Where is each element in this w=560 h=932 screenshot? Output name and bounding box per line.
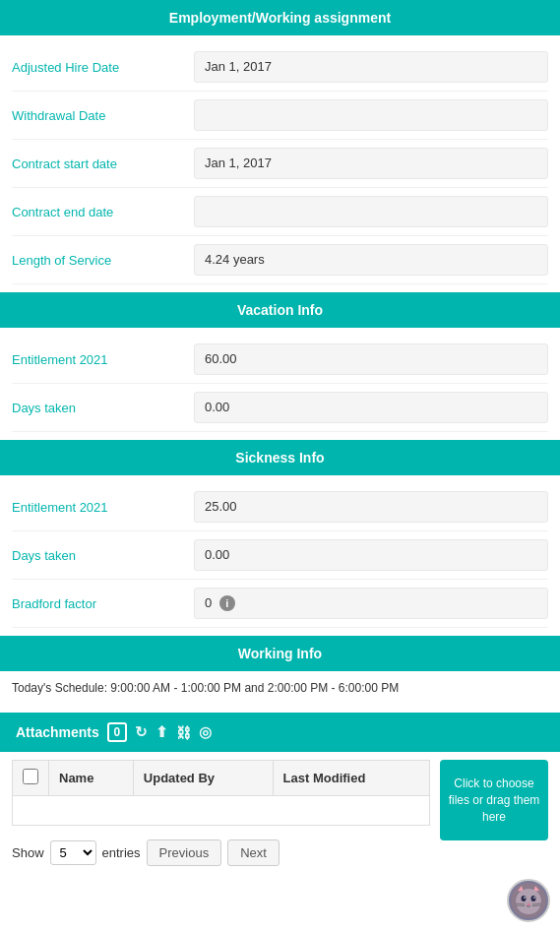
table-row (13, 796, 430, 826)
select-all-checkbox[interactable] (23, 769, 38, 784)
label-adjusted-hire-date: Adjusted Hire Date (12, 60, 194, 75)
table-body (13, 796, 430, 826)
value-sickness-days-taken: 0.00 (194, 539, 548, 571)
entries-select[interactable]: 5 10 25 50 (50, 840, 96, 865)
employment-header: Employment/Working assignment (0, 0, 560, 35)
label-bradford-factor: Bradford factor (12, 596, 194, 611)
form-row-length-of-service: Length of Service 4.24 years (12, 236, 548, 284)
form-row-withdrawal-date: Withdrawal Date (12, 92, 548, 140)
attachments-section: Attachments 0 ↻ ⬆ ⛓ ◎ Name Updated By La (0, 713, 560, 878)
form-row-bradford-factor: Bradford factor 0 i (12, 580, 548, 628)
value-contract-start: Jan 1, 2017 (194, 148, 548, 179)
label-sickness-days-taken: Days taken (12, 548, 194, 563)
label-contract-end: Contract end date (12, 205, 194, 219)
vacation-section: Vacation Info Entitlement 2021 60.00 Day… (0, 292, 560, 440)
form-row-sickness-entitlement: Entitlement 2021 25.00 (12, 483, 548, 531)
svg-point-5 (516, 889, 541, 914)
attach-table-area: Name Updated By Last Modified Show (12, 760, 430, 870)
working-header: Working Info (0, 636, 560, 671)
value-bradford-factor: 0 i (194, 588, 548, 619)
svg-point-10 (528, 903, 530, 905)
sickness-section: Sickness Info Entitlement 2021 25.00 Day… (0, 440, 560, 636)
refresh-icon[interactable]: ↻ (135, 723, 148, 741)
svg-point-7 (531, 896, 536, 901)
working-section: Working Info Today's Schedule: 9:00:00 A… (0, 636, 560, 705)
th-last-modified: Last Modified (273, 761, 429, 796)
label-contract-start: Contract start date (12, 156, 194, 171)
next-button[interactable]: Next (227, 839, 280, 866)
attachments-count-badge: 0 (107, 722, 127, 742)
form-row-adjusted-hire-date: Adjusted Hire Date Jan 1, 2017 (12, 43, 548, 92)
th-name: Name (49, 761, 134, 796)
attachments-body: Name Updated By Last Modified Show (0, 752, 560, 878)
form-row-vacation-days-taken: Days taken 0.00 (12, 384, 548, 432)
pagination-row: Show 5 10 25 50 entries Previous Next (12, 836, 430, 870)
previous-button[interactable]: Previous (147, 839, 222, 866)
svg-point-9 (533, 897, 535, 899)
value-vacation-days-taken: 0.00 (194, 392, 548, 423)
value-length-of-service: 4.24 years (194, 244, 548, 276)
value-contract-end (194, 196, 548, 227)
value-vacation-entitlement: 60.00 (194, 343, 548, 375)
svg-point-6 (522, 896, 527, 901)
form-row-contract-start: Contract start date Jan 1, 2017 (12, 140, 548, 188)
th-checkbox (13, 761, 49, 796)
sickness-fields: Entitlement 2021 25.00 Days taken 0.00 B… (0, 475, 560, 636)
schedule-text: Today's Schedule: 9:00:00 AM - 1:00:00 P… (0, 671, 560, 705)
value-withdrawal-date (194, 99, 548, 131)
label-vacation-entitlement: Entitlement 2021 (12, 352, 194, 367)
table-header-row: Name Updated By Last Modified (13, 761, 430, 796)
info-icon[interactable]: i (219, 595, 235, 611)
form-row-sickness-days-taken: Days taken 0.00 (12, 531, 548, 580)
vacation-fields: Entitlement 2021 60.00 Days taken 0.00 (0, 328, 560, 440)
label-vacation-days-taken: Days taken (12, 401, 194, 415)
show-label: Show (12, 845, 44, 860)
globe-icon[interactable]: ◎ (199, 723, 212, 741)
employment-section: Employment/Working assignment Adjusted H… (0, 0, 560, 292)
link-icon[interactable]: ⛓ (176, 724, 191, 741)
value-adjusted-hire-date: Jan 1, 2017 (194, 51, 548, 83)
label-length-of-service: Length of Service (12, 253, 194, 268)
label-sickness-entitlement: Entitlement 2021 (12, 500, 194, 515)
choose-files-box[interactable]: Click to choose files or drag them here (440, 760, 548, 840)
avatar[interactable] (507, 879, 550, 922)
svg-point-8 (524, 897, 526, 899)
value-sickness-entitlement: 25.00 (194, 491, 548, 523)
form-row-vacation-entitlement: Entitlement 2021 60.00 (12, 336, 548, 384)
label-withdrawal-date: Withdrawal Date (12, 108, 194, 123)
attach-table-wrapper: Name Updated By Last Modified Show (12, 760, 548, 870)
entries-label: entries (102, 845, 141, 860)
attachments-title: Attachments (16, 724, 99, 740)
attachments-header: Attachments 0 ↻ ⬆ ⛓ ◎ (0, 713, 560, 752)
upload-icon[interactable]: ⬆ (156, 723, 168, 741)
th-updated-by: Updated By (133, 761, 273, 796)
employment-fields: Adjusted Hire Date Jan 1, 2017 Withdrawa… (0, 35, 560, 292)
form-row-contract-end: Contract end date (12, 188, 548, 236)
attachments-table: Name Updated By Last Modified (12, 760, 430, 826)
vacation-header: Vacation Info (0, 292, 560, 328)
sickness-header: Sickness Info (0, 440, 560, 475)
